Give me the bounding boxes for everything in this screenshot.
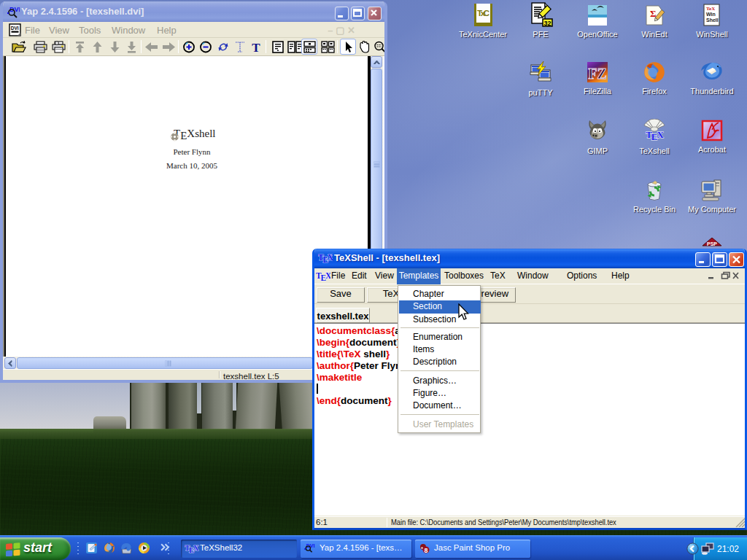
svg-text:TeX: TeX xyxy=(706,6,715,12)
svg-text:Shell: Shell xyxy=(706,18,719,23)
svg-text:Win: Win xyxy=(706,12,716,17)
svg-text:TxC: TxC xyxy=(477,9,489,18)
svg-text:TEX: TEX xyxy=(318,253,333,264)
svg-text:FZ: FZ xyxy=(588,66,607,82)
svg-text:TEX: TEX xyxy=(185,543,199,554)
svg-text:TEX: TEX xyxy=(646,129,664,142)
svg-text:T: T xyxy=(252,41,260,53)
svg-text:8: 8 xyxy=(424,547,427,554)
svg-text:PSP: PSP xyxy=(707,241,717,246)
svg-text:32: 32 xyxy=(543,20,551,27)
svg-text:DVI: DVI xyxy=(11,26,19,31)
svg-text:TEX: TEX xyxy=(316,271,330,282)
